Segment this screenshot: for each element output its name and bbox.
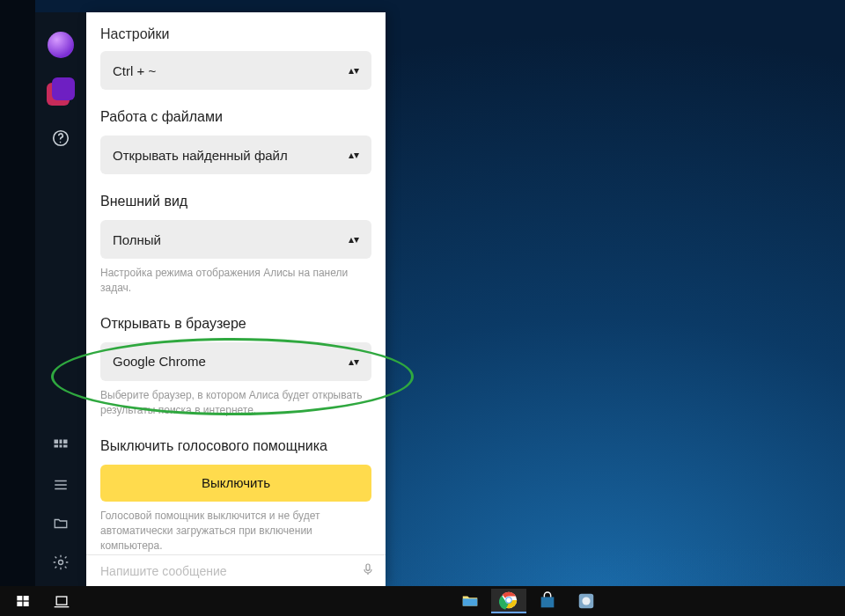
svg-rect-6 — [60, 445, 62, 448]
panel-title: Настройки — [100, 12, 371, 51]
appearance-value: Полный — [113, 232, 161, 247]
default-browser-value: Google Chrome — [113, 354, 206, 369]
disable-hint: Голосовой помощник выключится и не будет… — [100, 509, 371, 554]
svg-point-11 — [59, 561, 63, 565]
microphone-icon[interactable] — [361, 561, 375, 582]
svg-rect-2 — [55, 440, 59, 444]
apps-grid-icon[interactable] — [46, 431, 76, 461]
message-input[interactable] — [100, 564, 361, 578]
svg-rect-23 — [541, 597, 555, 607]
svg-rect-12 — [366, 564, 370, 570]
taskbar-file-explorer-icon[interactable] — [452, 589, 488, 613]
alice-orb-button[interactable] — [46, 30, 76, 60]
task-view-button[interactable] — [42, 586, 81, 616]
svg-rect-15 — [24, 596, 29, 600]
list-icon[interactable] — [46, 470, 76, 500]
taskbar-store-icon[interactable] — [530, 589, 565, 613]
svg-rect-17 — [24, 602, 29, 606]
svg-rect-4 — [63, 440, 68, 444]
settings-gear-icon[interactable] — [46, 547, 76, 577]
skills-button[interactable] — [47, 77, 75, 106]
browser-section-title: Открывать в браузере — [100, 316, 371, 332]
hotkey-value: Ctrl + ~ — [113, 63, 156, 78]
folder-icon[interactable] — [46, 509, 76, 539]
svg-rect-16 — [17, 602, 22, 606]
svg-point-22 — [506, 598, 511, 603]
windows-taskbar — [0, 586, 845, 616]
disable-section-title: Выключить голосового помощника — [100, 438, 371, 454]
hotkey-select[interactable]: Ctrl + ~ ▴▾ — [100, 51, 371, 90]
screen-left-gutter — [0, 0, 35, 586]
browser-hint: Выберите браузер, в котором Алиса будет … — [100, 388, 371, 419]
svg-point-1 — [60, 142, 62, 143]
default-browser-select[interactable]: Google Chrome ▴▾ — [100, 342, 371, 381]
svg-rect-3 — [60, 440, 62, 444]
appearance-hint: Настройка режима отображения Алисы на па… — [100, 266, 371, 297]
files-action-value: Открывать найденный файл — [113, 148, 288, 163]
settings-panel: Настройки Ctrl + ~ ▴▾ Работа с файлами О… — [86, 12, 386, 586]
files-action-select[interactable]: Открывать найденный файл ▴▾ — [100, 136, 371, 174]
message-input-bar — [86, 554, 386, 586]
svg-rect-7 — [63, 445, 68, 448]
taskbar-chrome-icon[interactable] — [491, 589, 526, 613]
svg-point-25 — [582, 597, 590, 605]
start-button[interactable] — [4, 586, 42, 616]
chevron-updown-icon: ▴▾ — [349, 356, 359, 368]
appearance-section-title: Внешний вид — [100, 194, 371, 209]
svg-rect-14 — [17, 596, 22, 600]
taskbar-app-icon[interactable] — [569, 589, 604, 613]
chevron-updown-icon: ▴▾ — [349, 149, 359, 161]
appearance-select[interactable]: Полный ▴▾ — [100, 220, 371, 259]
files-section-title: Работа с файлами — [100, 109, 371, 125]
disable-assistant-button[interactable]: Выключить — [100, 465, 371, 502]
svg-rect-18 — [56, 597, 67, 605]
help-icon[interactable] — [46, 123, 76, 153]
svg-rect-5 — [55, 445, 59, 448]
chevron-updown-icon: ▴▾ — [349, 64, 359, 77]
taskbar-running-apps — [451, 586, 606, 616]
alice-side-rail — [35, 12, 86, 586]
chevron-updown-icon: ▴▾ — [349, 233, 359, 246]
